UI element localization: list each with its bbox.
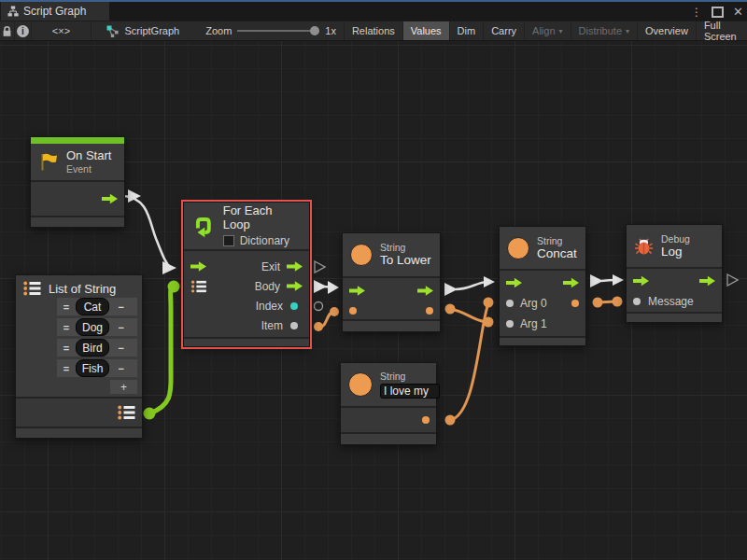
zoom-slider[interactable] xyxy=(237,30,319,32)
node-concat[interactable]: String Concat Arg 0 Arg 1 xyxy=(499,226,586,346)
index-port-label: Index xyxy=(256,300,283,313)
drag-handle-icon[interactable]: = xyxy=(61,343,72,354)
flow-input-port[interactable] xyxy=(506,277,522,288)
literal-header: String xyxy=(341,363,436,406)
script-graph-icon xyxy=(106,25,119,37)
list-item-field[interactable] xyxy=(76,359,109,377)
literal-body xyxy=(341,406,436,432)
list-output-port[interactable] xyxy=(118,405,135,420)
list-item-field[interactable] xyxy=(76,298,109,315)
node-category: String xyxy=(380,371,440,382)
list-header: List of String = − = − = − = − xyxy=(16,275,142,397)
distribute-dropdown[interactable]: Distribute▾ xyxy=(571,21,638,40)
code-icon: <×> xyxy=(52,25,70,36)
lock-icon xyxy=(2,25,12,37)
carry-button[interactable]: Carry xyxy=(484,21,525,40)
concat-header: String Concat xyxy=(500,227,585,269)
on-start-body xyxy=(31,180,124,216)
chevron-down-icon: ▾ xyxy=(559,27,563,35)
literal-footer xyxy=(341,432,436,444)
message-label: Message xyxy=(648,295,694,308)
node-list-of-string[interactable]: List of String = − = − = − = − xyxy=(15,274,143,439)
result-output-port[interactable] xyxy=(426,307,433,315)
dim-button[interactable]: Dim xyxy=(450,21,485,40)
list-item-field[interactable] xyxy=(76,318,109,336)
string-unit-icon xyxy=(348,372,373,397)
message-input-port[interactable] xyxy=(633,298,641,305)
arg1-input-port[interactable] xyxy=(506,320,514,328)
node-log[interactable]: Debug Log Message xyxy=(626,224,723,323)
maximize-icon[interactable] xyxy=(712,7,724,18)
node-title: Concat xyxy=(537,246,577,261)
list-icon xyxy=(23,281,41,296)
window-menu-icon[interactable]: ⋮ xyxy=(691,5,702,20)
string-output-port[interactable] xyxy=(422,416,430,424)
list-input-port[interactable] xyxy=(190,280,207,293)
dictionary-label: Dictionary xyxy=(240,235,289,248)
flow-input-port[interactable] xyxy=(633,275,649,287)
tab-title: Script Graph xyxy=(23,5,86,18)
remove-item-button[interactable]: − xyxy=(113,363,124,374)
index-port[interactable] xyxy=(290,302,298,310)
overview-button[interactable]: Overview xyxy=(638,21,697,40)
node-title: To Lower xyxy=(380,253,431,268)
align-dropdown[interactable]: Align▾ xyxy=(525,21,571,40)
code-view-button[interactable]: <×> xyxy=(32,21,92,40)
item-port[interactable] xyxy=(290,322,298,329)
remove-item-button[interactable]: − xyxy=(113,301,124,313)
align-label: Align xyxy=(532,25,555,36)
zoom-control: Zoom 1x xyxy=(198,21,344,40)
tab-script-graph[interactable]: Script Graph xyxy=(1,2,109,21)
graph-name: ScriptGraph xyxy=(124,25,179,36)
list-footer xyxy=(16,427,142,438)
on-start-footer xyxy=(31,216,124,227)
graph-name-segment[interactable]: ScriptGraph xyxy=(99,21,187,40)
node-string-literal[interactable]: String xyxy=(340,362,437,445)
drag-handle-icon[interactable]: = xyxy=(61,301,72,313)
drag-handle-icon[interactable]: = xyxy=(61,322,72,333)
flow-input-port[interactable] xyxy=(190,261,206,273)
relations-button[interactable]: Relations xyxy=(344,21,403,40)
node-title: On Start xyxy=(66,149,111,163)
fullscreen-button[interactable]: Full Screen xyxy=(697,21,747,40)
string-input-port[interactable] xyxy=(349,307,357,315)
node-title: Log xyxy=(661,245,690,259)
string-value-field[interactable] xyxy=(380,384,440,399)
node-to-lower[interactable]: String To Lower xyxy=(342,232,441,332)
flow-output-port[interactable] xyxy=(417,286,433,297)
zoom-slider-handle[interactable] xyxy=(310,26,319,35)
foreach-body: Exit Body Index Item xyxy=(184,249,309,337)
list-item-row: = − xyxy=(57,298,137,315)
close-icon[interactable]: ✕ xyxy=(733,5,743,20)
zoom-value: 1x xyxy=(325,25,336,36)
exit-port[interactable] xyxy=(287,261,303,273)
overview-label: Overview xyxy=(645,25,688,36)
list-item-row: = − xyxy=(57,359,137,377)
node-on-start[interactable]: On Start Event xyxy=(30,136,125,228)
flow-input-port[interactable] xyxy=(349,286,365,297)
dictionary-checkbox[interactable] xyxy=(223,235,234,246)
add-item-button[interactable]: + xyxy=(110,380,137,394)
remove-item-button[interactable]: − xyxy=(113,322,124,333)
bug-icon xyxy=(634,237,654,256)
item-port-label: Item xyxy=(261,319,283,332)
window-controls: ⋮ ✕ xyxy=(691,5,743,20)
remove-item-button[interactable]: − xyxy=(113,343,124,354)
list-item-field[interactable] xyxy=(76,339,109,357)
flow-output-port[interactable] xyxy=(699,275,715,287)
body-port[interactable] xyxy=(287,281,303,292)
flow-output-port[interactable] xyxy=(563,277,579,288)
flow-output-port[interactable] xyxy=(102,193,118,204)
drag-handle-icon[interactable]: = xyxy=(61,363,72,374)
values-label: Values xyxy=(411,25,442,36)
lock-button[interactable] xyxy=(0,21,15,40)
list-item-row: = − xyxy=(57,339,137,357)
arg0-input-port[interactable] xyxy=(506,300,514,307)
node-for-each-loop[interactable]: For Each Loop Dictionary Exit Body Index xyxy=(183,202,310,347)
foreach-header: For Each Loop Dictionary xyxy=(184,203,309,249)
carry-label: Carry xyxy=(491,25,516,36)
result-output-port[interactable] xyxy=(571,300,579,307)
info-button[interactable]: i xyxy=(15,21,31,40)
event-color-bar xyxy=(31,137,124,144)
values-button[interactable]: Values xyxy=(403,21,450,40)
